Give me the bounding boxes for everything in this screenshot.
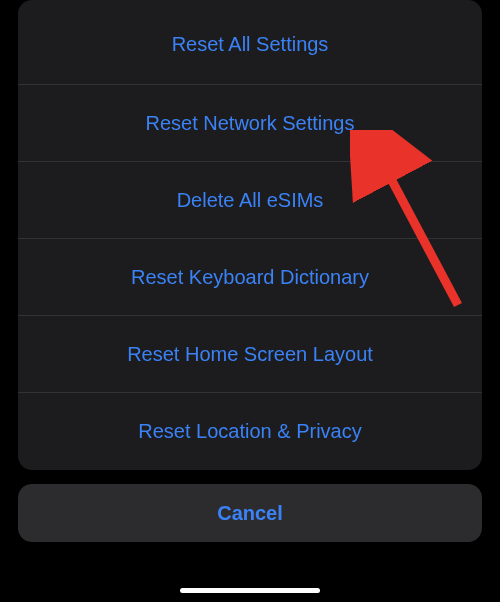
home-indicator: [180, 588, 320, 593]
reset-network-settings-button[interactable]: Reset Network Settings: [18, 85, 482, 162]
action-item-label: Reset Network Settings: [146, 112, 355, 135]
action-sheet: Reset All Settings Reset Network Setting…: [18, 0, 482, 602]
action-item-label: Reset Location & Privacy: [138, 420, 361, 443]
delete-all-esims-button[interactable]: Delete All eSIMs: [18, 162, 482, 239]
action-list: Reset All Settings Reset Network Setting…: [18, 0, 482, 470]
reset-all-settings-button[interactable]: Reset All Settings: [18, 0, 482, 85]
reset-home-screen-layout-button[interactable]: Reset Home Screen Layout: [18, 316, 482, 393]
action-item-label: Reset Keyboard Dictionary: [131, 266, 369, 289]
reset-keyboard-dictionary-button[interactable]: Reset Keyboard Dictionary: [18, 239, 482, 316]
action-item-label: Reset Home Screen Layout: [127, 343, 373, 366]
cancel-button-label: Cancel: [217, 502, 283, 525]
cancel-button[interactable]: Cancel: [18, 484, 482, 542]
action-item-label: Delete All eSIMs: [177, 189, 324, 212]
action-item-label: Reset All Settings: [172, 33, 329, 76]
reset-location-privacy-button[interactable]: Reset Location & Privacy: [18, 393, 482, 470]
